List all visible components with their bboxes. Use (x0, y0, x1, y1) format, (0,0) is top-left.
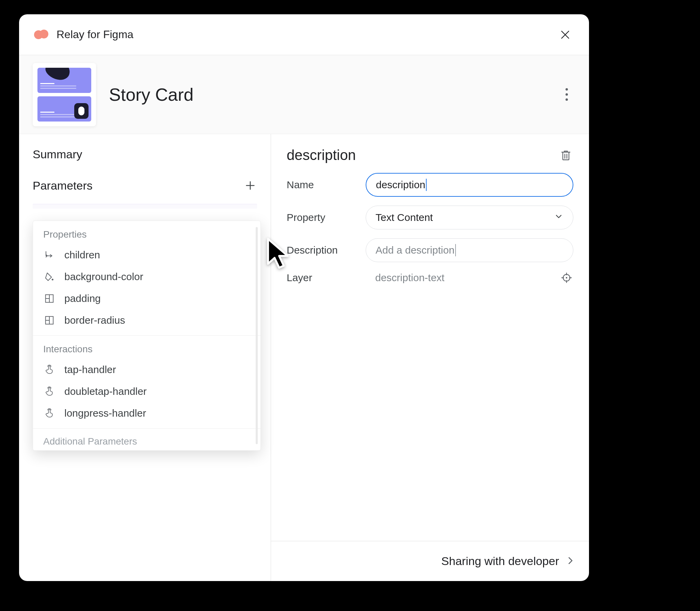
popup-item-longpress-handler[interactable]: longpress-handler (33, 402, 260, 424)
kebab-dot-icon (566, 99, 568, 101)
parameters-section: Parameters (19, 170, 271, 201)
layer-label: Layer (287, 272, 366, 284)
close-icon (559, 29, 571, 41)
trash-icon (560, 149, 572, 161)
popup-group-interactions: Interactions (33, 336, 260, 359)
relay-panel: Relay for Figma Story Card Summary (19, 14, 589, 581)
property-select-value: Text Content (375, 212, 433, 223)
popup-item-label: children (64, 249, 100, 261)
component-name: Story Card (109, 85, 194, 105)
delete-parameter-button[interactable] (558, 148, 574, 163)
relay-logo-icon (34, 30, 48, 40)
add-parameter-button[interactable] (243, 179, 257, 192)
popup-item-label: padding (64, 293, 101, 304)
popup-item-doubletap-handler[interactable]: doubletap-handler (33, 381, 260, 402)
sharing-link[interactable]: Sharing with developer (441, 554, 559, 568)
popup-item-border-radius[interactable]: border-radius (33, 309, 260, 331)
children-icon (43, 249, 56, 261)
component-header: Story Card (19, 55, 589, 134)
popup-group-additional: Additional Parameters (33, 429, 260, 450)
popup-item-label: background-color (64, 271, 143, 283)
description-label: Description (287, 244, 366, 256)
layer-value: description-text (366, 272, 560, 284)
chevron-right-icon (565, 555, 576, 567)
border-radius-icon (43, 314, 56, 326)
tap-icon (43, 363, 56, 376)
popup-scrollbar[interactable] (256, 227, 258, 444)
svg-point-0 (52, 279, 54, 281)
add-parameter-popup: Properties children background-color (33, 221, 261, 451)
name-label: Name (287, 179, 366, 191)
left-column: Summary Parameters Properties (19, 134, 271, 581)
tap-icon (43, 407, 56, 419)
component-thumbnail (33, 63, 96, 126)
text-caret-icon (426, 179, 427, 191)
component-menu-button[interactable] (558, 86, 576, 103)
property-select[interactable]: Text Content (366, 206, 574, 229)
parameters-divider (33, 204, 257, 209)
close-button[interactable] (558, 27, 573, 42)
popup-item-label: tap-handler (64, 364, 116, 375)
name-input[interactable]: description (366, 173, 574, 197)
popup-item-background-color[interactable]: background-color (33, 266, 260, 288)
locate-layer-button[interactable] (560, 271, 574, 285)
app-title: Relay for Figma (57, 28, 133, 41)
property-label: Property (287, 212, 366, 223)
padding-icon (43, 293, 56, 305)
footer: Sharing with developer (271, 541, 589, 581)
crosshair-icon (561, 272, 572, 284)
right-column: description Name description Prope (271, 134, 589, 581)
parameter-detail: description Name description Prope (271, 134, 589, 541)
popup-item-padding[interactable]: padding (33, 288, 260, 309)
popup-item-label: border-radius (64, 314, 125, 326)
summary-label: Summary (33, 148, 257, 161)
popup-group-properties: Properties (33, 221, 260, 244)
description-placeholder: Add a description (375, 244, 455, 256)
titlebar: Relay for Figma (19, 14, 589, 55)
parameters-label: Parameters (33, 179, 243, 192)
popup-item-tap-handler[interactable]: tap-handler (33, 359, 260, 381)
popup-item-children[interactable]: children (33, 244, 260, 266)
popup-item-label: doubletap-handler (64, 386, 147, 397)
kebab-dot-icon (566, 88, 568, 91)
paint-bucket-icon (43, 271, 56, 283)
svg-point-4 (566, 277, 568, 279)
summary-section[interactable]: Summary (19, 134, 271, 170)
text-caret-icon (455, 244, 456, 256)
mouse-cursor-icon (265, 238, 292, 272)
name-input-value: description (376, 179, 425, 191)
description-input[interactable]: Add a description (366, 238, 574, 262)
tap-icon (43, 385, 56, 398)
detail-title: description (287, 147, 558, 163)
kebab-dot-icon (566, 93, 568, 96)
chevron-down-icon (554, 212, 564, 224)
plus-icon (244, 180, 256, 191)
popup-item-label: longpress-handler (64, 407, 146, 419)
